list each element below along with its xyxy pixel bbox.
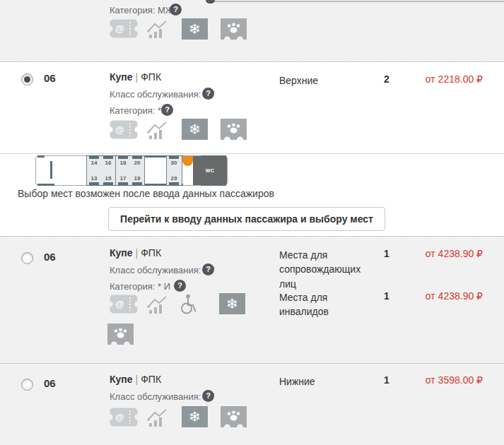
- car-option-row-selected: 06 Купе|ФПК Класс обслуживания: 2У ? Кат…: [0, 62, 504, 236]
- seat-column: 14 13: [87, 156, 101, 185]
- svg-text:@: @: [115, 299, 124, 309]
- berth-mark: [169, 182, 179, 185]
- compartment: 30 29: [166, 156, 182, 185]
- price: от 3598.00 ₽: [426, 374, 483, 386]
- pets-icon: [107, 324, 134, 347]
- seat: 17: [116, 175, 130, 182]
- svg-text:❄: ❄: [189, 409, 201, 425]
- seat-type: Места для инвалидов: [279, 290, 375, 319]
- seat-type: Места для сопровождающих лиц: [279, 248, 375, 291]
- car-radio-selected[interactable]: [21, 73, 33, 85]
- carrier: ФПК: [141, 374, 161, 385]
- pets-icon: [221, 119, 247, 142]
- svg-text:❄: ❄: [189, 121, 201, 137]
- seat-column: 20 19: [130, 156, 144, 185]
- berth-mark: [118, 182, 128, 185]
- wheelchair-icon: [177, 293, 201, 316]
- berth-mark: [89, 156, 99, 159]
- berth-mark: [132, 156, 142, 159]
- seat-selection-note: Выбор мест возможен после ввода данных п…: [18, 188, 274, 199]
- svg-text:❄: ❄: [226, 296, 238, 312]
- carrier: ФПК: [141, 247, 161, 259]
- air-conditioning-icon: ❄: [182, 119, 208, 142]
- help-icon[interactable]: ?: [202, 88, 214, 100]
- price: от 4238.90 ₽: [426, 248, 483, 259]
- svg-text:@: @: [115, 23, 124, 34]
- car-radio[interactable]: [21, 252, 33, 264]
- category-label: Категория: МЖ: [110, 5, 174, 16]
- eticket-icon: @: [110, 19, 138, 40]
- car-type: Купе: [110, 71, 133, 83]
- seat: 15: [101, 175, 115, 182]
- berth-mark: [118, 156, 128, 159]
- title-divider: |: [133, 374, 141, 385]
- car-seat-map: 14 13 16 15 18 17: [35, 155, 228, 186]
- seat-type: Верхние: [279, 73, 375, 88]
- service-class-label: Класс обслуживания: 2У: [110, 89, 214, 100]
- price: от 4238.90 ₽: [426, 290, 483, 302]
- car-option-row-partial: Категория: МЖ ? @ ❄: [0, 0, 504, 62]
- service-class-label: Класс обслуживания: 2У: [110, 391, 214, 402]
- seat: 18: [116, 160, 130, 166]
- pets-icon: [221, 406, 247, 429]
- seat: 29: [167, 175, 181, 182]
- seat: 13: [87, 175, 101, 182]
- car-edge: [37, 184, 54, 186]
- category-label: Категория: *: [110, 105, 161, 116]
- cutoff-help-icon: [206, 0, 215, 4]
- seat: 20: [130, 160, 144, 166]
- svg-text:@: @: [115, 412, 124, 422]
- seat: 14: [87, 160, 101, 166]
- car-number: 06: [44, 377, 56, 389]
- svg-text:@: @: [115, 124, 124, 135]
- car-number: 06: [44, 251, 56, 263]
- berth-mark: [103, 182, 113, 185]
- dynamic-pricing-icon: [146, 121, 168, 142]
- seat: 16: [101, 160, 115, 166]
- help-icon[interactable]: ?: [202, 263, 214, 275]
- car-edge: [37, 155, 45, 158]
- eticket-icon: @: [110, 295, 138, 316]
- seat-count: 1: [384, 248, 389, 259]
- help-icon[interactable]: ?: [202, 390, 214, 402]
- car-type: Купе: [110, 374, 133, 385]
- proceed-to-passenger-data-button[interactable]: Перейти к вводу данных пассажира и выбор…: [108, 207, 385, 231]
- wc-block: WC: [193, 156, 227, 185]
- help-icon[interactable]: ?: [174, 280, 186, 292]
- berth-mark: [132, 182, 142, 185]
- seat: 19: [130, 175, 144, 182]
- help-icon[interactable]: ?: [170, 4, 182, 16]
- seat-count: 1: [384, 374, 389, 386]
- air-conditioning-icon: ❄: [182, 406, 208, 429]
- cutoff-separator-line: [212, 1, 504, 2]
- dynamic-pricing-icon: [146, 408, 168, 429]
- car-option-row-accessible: 06 Купе|ФПК Класс обслуживания: 2У ? Кат…: [0, 236, 504, 363]
- berth-mark: [103, 156, 113, 159]
- svg-text:❄: ❄: [189, 21, 201, 37]
- compartment: 14 13 16 15: [86, 156, 116, 185]
- seat-count: 2: [384, 73, 389, 85]
- seat: 30: [167, 160, 181, 166]
- carrier: ФПК: [141, 71, 161, 83]
- air-conditioning-icon: ❄: [182, 18, 208, 42]
- help-icon[interactable]: ?: [161, 104, 173, 116]
- occupied-seat-marker: [182, 156, 193, 166]
- car-number: 06: [44, 72, 56, 84]
- service-class-label: Класс обслуживания: 2У: [110, 265, 214, 275]
- price: от 2218.00 ₽: [426, 73, 483, 85]
- category-label: Категория: * И: [110, 281, 170, 292]
- pets-icon: [221, 18, 247, 42]
- dynamic-pricing-icon: [146, 20, 168, 41]
- car-type: Купе: [110, 247, 133, 259]
- car-title: Купе|ФПК: [110, 374, 161, 385]
- seat-type: Нижние: [279, 374, 375, 388]
- title-divider: |: [133, 71, 141, 83]
- seat-column: 30 29: [167, 156, 181, 185]
- air-conditioning-icon: ❄: [219, 293, 245, 316]
- berth-mark: [89, 182, 99, 185]
- car-radio[interactable]: [21, 379, 33, 391]
- car-option-row-lower: 06 Купе|ФПК Класс обслуживания: 2У ? @ ❄…: [0, 363, 504, 445]
- seat-count: 1: [384, 290, 389, 302]
- eticket-icon: @: [110, 408, 138, 429]
- train-car-selection-page: Категория: МЖ ? @ ❄ 06 Купе|ФПК Класс о: [0, 0, 504, 445]
